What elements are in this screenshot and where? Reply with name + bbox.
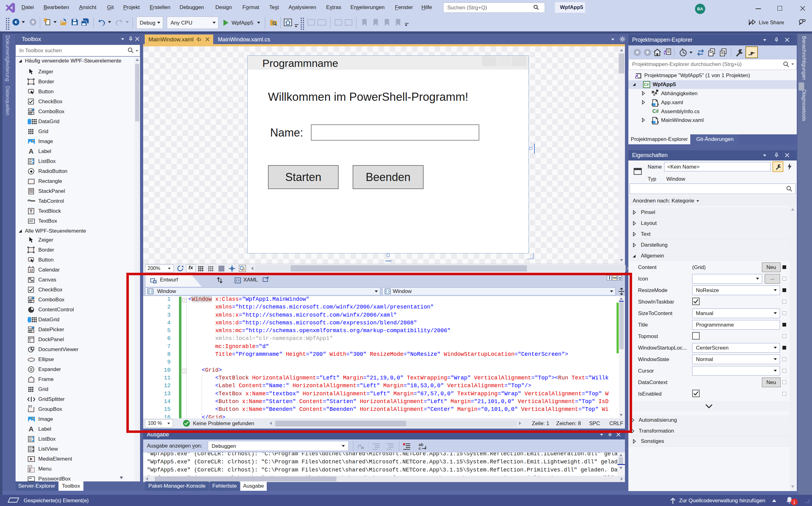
svg-text:c: c [419,446,421,450]
